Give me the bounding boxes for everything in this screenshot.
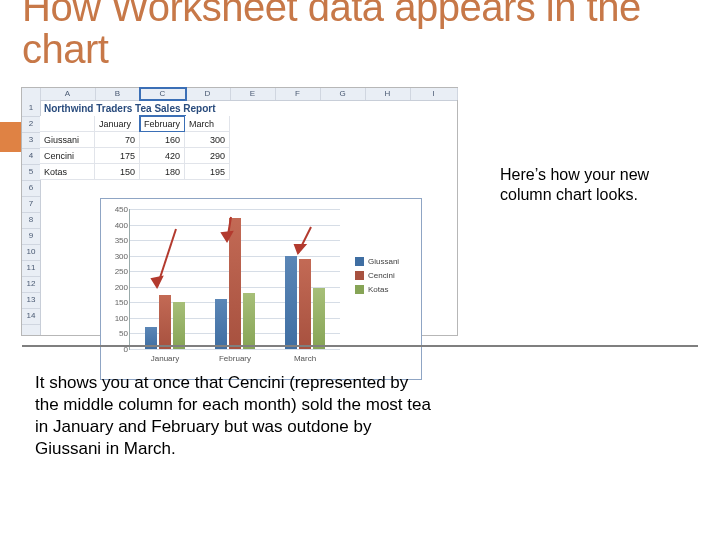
col-A: A [40,88,96,100]
hdr-feb: February [140,116,185,132]
val-2-0: 150 [95,164,140,180]
row-6: 6 [22,180,40,197]
legend-item-1: Cencini [355,269,415,283]
ytick: 450 [106,205,128,214]
row-12: 12 [22,276,40,293]
bar-Cencini-February [229,218,241,349]
column-chart: 050100150200250300350400450JanuaryFebrua… [100,198,422,380]
val-1-1: 420 [140,148,185,164]
corner-cell [22,88,41,100]
ytick: 100 [106,313,128,322]
sheet-title: Northwind Traders Tea Sales Report [44,101,244,117]
legend: Giussani Cencini Kotas [355,255,415,297]
xtick: March [275,354,335,363]
legend-item-0: Giussani [355,255,415,269]
val-0-1: 160 [140,132,185,148]
val-1-0: 175 [95,148,140,164]
val-0-0: 70 [95,132,140,148]
row-1: 1 [22,100,40,117]
bar-Kotas-March [313,288,325,349]
row-2: 2 [22,116,40,133]
spreadsheet-graphic: A B C D E F G H I 1 2 3 4 5 6 7 8 9 10 1… [22,88,457,335]
hdr-mar: March [185,116,230,132]
ytick: 250 [106,267,128,276]
row-14: 14 [22,308,40,325]
xtick: January [135,354,195,363]
divider [22,345,698,347]
page-title: How Worksheet data appears in the chart [22,0,702,70]
bar-Kotas-January [173,302,185,349]
name-2: Kotas [40,164,95,180]
ytick: 150 [106,298,128,307]
row-9: 9 [22,228,40,245]
row-13: 13 [22,292,40,309]
accent-bar [0,122,22,152]
col-B: B [95,88,141,100]
name-0: Giussani [40,132,95,148]
plot-area: 050100150200250300350400450JanuaryFebrua… [129,209,340,350]
legend-label-1: Cencini [368,271,395,280]
hdr-blank [40,116,95,132]
val-2-2: 195 [185,164,230,180]
val-1-2: 290 [185,148,230,164]
bar-Cencini-March [299,259,311,349]
bar-Giussani-March [285,256,297,349]
ytick: 350 [106,236,128,245]
legend-item-2: Kotas [355,283,415,297]
val-2-1: 180 [140,164,185,180]
caption-text: Here’s how your new column chart looks. [500,165,700,205]
ytick: 50 [106,329,128,338]
row-5: 5 [22,164,40,181]
ytick: 300 [106,251,128,260]
col-F: F [275,88,321,100]
row-11: 11 [22,260,40,277]
body-text: It shows you at once that Cencini (repre… [35,372,435,460]
col-I: I [410,88,458,100]
name-1: Cencini [40,148,95,164]
bar-Kotas-February [243,293,255,349]
row-10: 10 [22,244,40,261]
row-4: 4 [22,148,40,165]
val-0-2: 300 [185,132,230,148]
col-G: G [320,88,366,100]
ytick: 400 [106,220,128,229]
legend-label-2: Kotas [368,285,388,294]
bar-Cencini-January [159,295,171,349]
col-H: H [365,88,411,100]
col-E: E [230,88,276,100]
row-7: 7 [22,196,40,213]
ytick: 200 [106,282,128,291]
col-C: C [140,88,186,100]
row-8: 8 [22,212,40,229]
hdr-jan: January [95,116,140,132]
xtick: February [205,354,265,363]
row-3: 3 [22,132,40,149]
legend-label-0: Giussani [368,257,399,266]
col-D: D [185,88,231,100]
bar-Giussani-February [215,299,227,349]
